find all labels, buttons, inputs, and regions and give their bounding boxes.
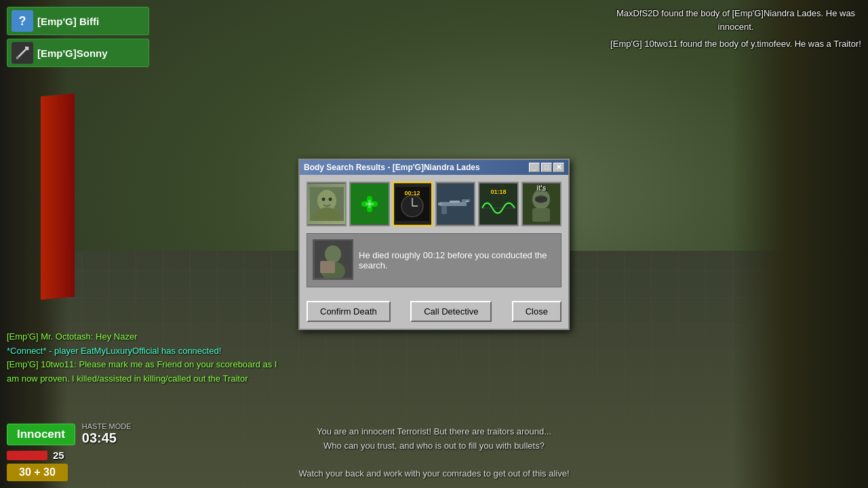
modal-body: 00:12 (300, 175, 568, 301)
body-search-modal: Body Search Results - [Emp'G]Niandra Lad… (298, 159, 570, 330)
svg-rect-21 (441, 206, 447, 214)
pill-icon (351, 184, 388, 224)
svg-rect-12 (366, 203, 374, 205)
evidence-timer[interactable]: 00:12 (393, 182, 433, 226)
wave-icon: 01:18 (479, 184, 518, 224)
timer-icon: 00:12 (394, 184, 431, 224)
confirm-death-button[interactable]: Confirm Death (307, 301, 391, 322)
maximize-button[interactable]: □ (541, 163, 552, 172)
evidence-wave[interactable]: 01:18 (478, 182, 518, 226)
svg-point-34 (325, 245, 341, 263)
modal-overlay: Body Search Results - [Emp'G]Niandra Lad… (0, 0, 868, 488)
evidence-face[interactable] (307, 182, 347, 226)
modal-footer: Confirm Death Call Detective Close (300, 301, 568, 329)
svg-text:01:18: 01:18 (490, 188, 506, 195)
evidence-pill[interactable] (349, 182, 389, 226)
modal-title: Body Search Results - [Emp'G]Niandra Lad… (304, 163, 529, 172)
evidence-row: 00:12 (307, 182, 561, 226)
svg-rect-20 (462, 199, 470, 202)
face-icon (308, 184, 345, 224)
close-modal-button[interactable]: Close (512, 301, 561, 322)
modal-titlebar: Body Search Results - [Emp'G]Niandra Lad… (300, 160, 568, 175)
close-button-titlebar[interactable]: ✕ (553, 163, 564, 172)
svg-text:00:12: 00:12 (405, 190, 420, 197)
svg-rect-23 (466, 201, 469, 202)
evidence-rifle[interactable] (435, 182, 475, 226)
char-label: it's (524, 184, 559, 224)
evidence-char[interactable]: it's (521, 182, 561, 226)
svg-point-8 (328, 197, 332, 201)
call-detective-button[interactable]: Call Detective (410, 301, 492, 322)
svg-rect-36 (320, 261, 335, 273)
info-box-icon (313, 239, 353, 280)
rifle-icon (436, 184, 475, 224)
modal-controls: _ □ ✕ (529, 163, 564, 172)
svg-point-7 (321, 197, 325, 201)
info-box-text: He died roughly 00:12 before you conduct… (359, 239, 555, 281)
minimize-button[interactable]: _ (529, 163, 540, 172)
svg-rect-22 (438, 203, 442, 205)
svg-rect-24 (450, 201, 460, 203)
info-box: He died roughly 00:12 before you conduct… (307, 233, 561, 287)
